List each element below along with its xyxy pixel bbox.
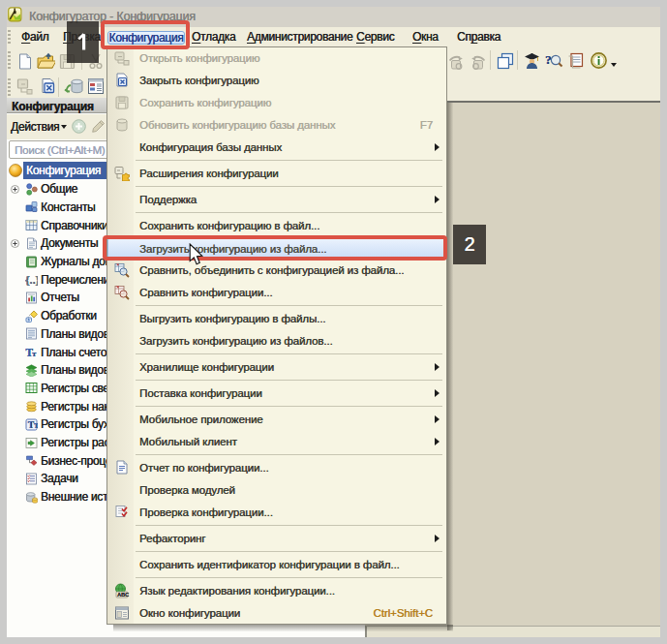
svg-text:ABC: ABC — [117, 592, 129, 598]
svg-text:т: т — [32, 349, 37, 358]
svg-text:{..}: {..} — [25, 274, 38, 286]
svg-text:?: ? — [545, 52, 552, 67]
svg-text:Tт: Tт — [28, 420, 38, 430]
